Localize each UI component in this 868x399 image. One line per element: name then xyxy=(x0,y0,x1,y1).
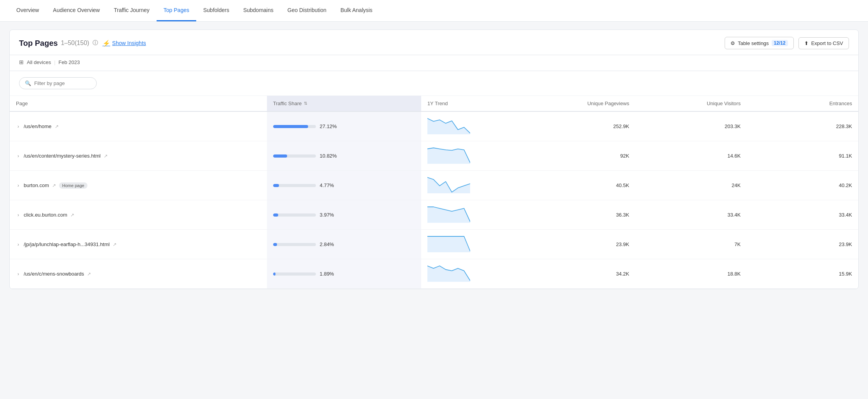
visitors-cell-5: 18.8K xyxy=(635,259,747,289)
traffic-bar-container xyxy=(273,125,316,128)
pageviews-cell-2: 40.5K xyxy=(524,171,636,200)
traffic-percent: 3.97% xyxy=(320,212,337,218)
traffic-cell-1: 10.82% xyxy=(267,141,421,171)
col-page-label: Page xyxy=(16,101,28,106)
traffic-cell-4: 2.84% xyxy=(267,230,421,259)
entrances-cell-3: 33.4K xyxy=(747,200,858,230)
traffic-cell-2: 4.77% xyxy=(267,171,421,200)
page-cell-inner: › /us/en/content/mystery-series.html ↗ xyxy=(16,153,261,160)
col-header-visitors: Unique Visitors xyxy=(635,96,747,111)
page-cell-inner: › /us/en/c/mens-snowboards ↗ xyxy=(16,271,261,278)
col-header-page: Page xyxy=(10,96,267,111)
trend-cell-1 xyxy=(421,141,524,171)
pageviews-cell-3: 36.3K xyxy=(524,200,636,230)
info-icon[interactable]: ⓘ xyxy=(92,40,98,47)
traffic-percent: 4.77% xyxy=(320,182,337,188)
table-row: › /jp/ja/p/lunchlap-earflap-h...34931.ht… xyxy=(10,230,858,259)
visitors-cell-2: 24K xyxy=(635,171,747,200)
trend-cell-2 xyxy=(421,171,524,200)
show-insights-button[interactable]: ⚡ Show Insights xyxy=(103,40,146,47)
external-link-icon[interactable]: ↗ xyxy=(113,242,117,247)
trend-sparkline xyxy=(427,176,470,193)
nav-item-subfolders[interactable]: Subfolders xyxy=(196,0,236,21)
table-row: › /us/en/content/mystery-series.html ↗ 1… xyxy=(10,141,858,171)
nav-item-bulk-analysis[interactable]: Bulk Analysis xyxy=(333,0,379,21)
page-cell-5: › /us/en/c/mens-snowboards ↗ xyxy=(10,259,267,289)
table-row: › /us/en/home ↗ 27.12% 252.9K203.3K228.3… xyxy=(10,111,858,141)
trend-sparkline xyxy=(427,147,470,164)
col-visitors-label: Unique Visitors xyxy=(707,101,741,106)
nav-item-top-pages[interactable]: Top Pages xyxy=(157,0,196,21)
device-label: All devices xyxy=(27,59,51,65)
nav-item-subdomains[interactable]: Subdomains xyxy=(236,0,281,21)
entrances-cell-4: 23.9K xyxy=(747,230,858,259)
page-name: /us/en/c/mens-snowboards xyxy=(24,271,84,277)
expand-button[interactable]: › xyxy=(16,212,21,219)
traffic-bar-wrapper: 10.82% xyxy=(273,153,415,159)
page-name: /jp/ja/p/lunchlap-earflap-h...34931.html xyxy=(24,241,110,247)
entrances-cell-0: 228.3K xyxy=(747,111,858,141)
pageviews-cell-1: 92K xyxy=(524,141,636,171)
filter-by-page-input[interactable] xyxy=(34,80,91,86)
divider: | xyxy=(54,59,55,65)
col-header-trend: 1Y Trend xyxy=(421,96,524,111)
traffic-bar-wrapper: 2.84% xyxy=(273,241,415,247)
col-header-entrances: Entrances xyxy=(747,96,858,111)
external-link-icon[interactable]: ↗ xyxy=(70,212,74,218)
entrances-cell-2: 40.2K xyxy=(747,171,858,200)
expand-button[interactable]: › xyxy=(16,123,21,130)
traffic-bar-wrapper: 3.97% xyxy=(273,212,415,218)
header-row: Page Traffic Share ⇅ 1Y Trend Unique Pag… xyxy=(10,96,858,111)
nav-item-traffic-journey[interactable]: Traffic Journey xyxy=(107,0,157,21)
expand-button[interactable]: › xyxy=(16,241,21,248)
col-header-traffic[interactable]: Traffic Share ⇅ xyxy=(267,96,421,111)
card-title: Top Pages 1–50(150) ⓘ xyxy=(19,39,98,48)
table-settings-label: Table settings xyxy=(738,40,769,46)
traffic-cell-5: 1.89% xyxy=(267,259,421,289)
page-cell-inner: › /jp/ja/p/lunchlap-earflap-h...34931.ht… xyxy=(16,241,261,248)
insights-label: Show Insights xyxy=(112,40,146,46)
traffic-bar-fill xyxy=(273,154,287,158)
trend-sparkline xyxy=(427,206,470,223)
main-content: Top Pages 1–50(150) ⓘ ⚡ Show Insights ⚙ … xyxy=(0,22,868,297)
device-icon: ⊞ xyxy=(19,59,24,65)
visitors-cell-1: 14.6K xyxy=(635,141,747,171)
th-inner-traffic: Traffic Share ⇅ xyxy=(273,101,415,106)
external-link-icon[interactable]: ↗ xyxy=(55,124,59,129)
export-csv-button[interactable]: ⬆ Export to CSV xyxy=(798,37,849,49)
top-pages-card: Top Pages 1–50(150) ⓘ ⚡ Show Insights ⚙ … xyxy=(9,29,859,289)
table-settings-button[interactable]: ⚙ Table settings 12/12 xyxy=(725,37,794,49)
external-link-icon[interactable]: ↗ xyxy=(87,271,91,277)
nav-item-audience-overview[interactable]: Audience Overview xyxy=(46,0,107,21)
search-icon: 🔍 xyxy=(25,80,31,86)
page-name: /us/en/home xyxy=(24,123,52,129)
top-navigation: OverviewAudience OverviewTraffic Journey… xyxy=(0,0,868,22)
filter-input-wrapper[interactable]: 🔍 xyxy=(19,77,97,89)
nav-item-overview[interactable]: Overview xyxy=(9,0,46,21)
export-label: Export to CSV xyxy=(811,40,843,46)
col-header-pageviews: Unique Pageviews xyxy=(524,96,636,111)
trend-cell-3 xyxy=(421,200,524,230)
header-left: Top Pages 1–50(150) ⓘ ⚡ Show Insights xyxy=(19,39,146,48)
external-link-icon[interactable]: ↗ xyxy=(52,183,56,188)
page-cell-0: › /us/en/home ↗ xyxy=(10,111,267,141)
external-link-icon[interactable]: ↗ xyxy=(104,153,108,159)
traffic-bar-fill xyxy=(273,243,277,246)
expand-button[interactable]: › xyxy=(16,182,21,189)
page-cell-4: › /jp/ja/p/lunchlap-earflap-h...34931.ht… xyxy=(10,230,267,259)
col-trend-label: 1Y Trend xyxy=(427,101,448,106)
page-cell-inner: › burton.com ↗ Home page xyxy=(16,182,261,189)
traffic-bar-fill xyxy=(273,272,276,276)
trend-cell-5 xyxy=(421,259,524,289)
nav-item-geo-distribution[interactable]: Geo Distribution xyxy=(281,0,333,21)
traffic-percent: 10.82% xyxy=(320,153,337,159)
traffic-bar-container xyxy=(273,184,316,187)
expand-button[interactable]: › xyxy=(16,153,21,160)
gear-icon: ⚙ xyxy=(730,40,735,46)
trend-sparkline xyxy=(427,265,470,282)
expand-button[interactable]: › xyxy=(16,271,21,278)
trend-sparkline xyxy=(427,235,470,252)
page-name: /us/en/content/mystery-series.html xyxy=(24,153,101,159)
col-traffic-label: Traffic Share xyxy=(273,101,302,106)
traffic-bar-wrapper: 1.89% xyxy=(273,271,415,277)
